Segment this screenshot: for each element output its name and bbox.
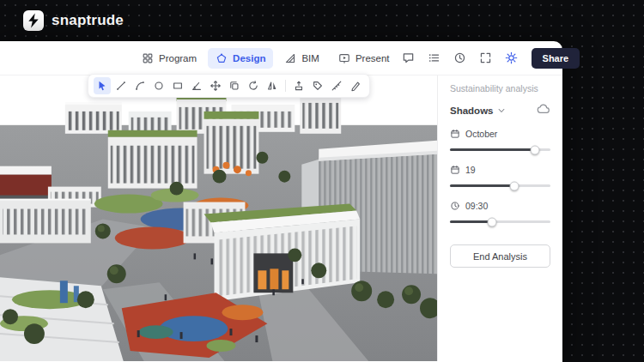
share-button[interactable]: Share: [532, 48, 580, 69]
shadows-dropdown-label: Shadows: [450, 106, 493, 116]
snaptrude-logo: snaptrude: [23, 10, 124, 31]
fullscreen-icon[interactable]: [475, 47, 497, 69]
tab-design[interactable]: Design: [208, 48, 273, 69]
tool-palette: [88, 74, 370, 98]
day-slider[interactable]: [450, 181, 550, 190]
mode-tabs: Program Design BIM Present: [134, 48, 398, 69]
slider-track: [450, 220, 550, 223]
sun-icon[interactable]: [501, 47, 523, 69]
rotate-tool[interactable]: [245, 77, 262, 94]
tab-bim[interactable]: BIM: [276, 48, 326, 69]
present-icon: [338, 52, 350, 64]
app-window: Program Design BIM Present: [0, 41, 562, 362]
slider-track: [450, 184, 550, 187]
flip-tool[interactable]: [264, 77, 281, 94]
slider-fill: [450, 184, 514, 187]
slider-fill: [450, 148, 535, 151]
comment-icon[interactable]: [398, 47, 420, 69]
3d-scene: [0, 75, 437, 361]
slider-handle[interactable]: [488, 217, 497, 226]
arc-tool[interactable]: [131, 77, 149, 94]
month-value: October: [465, 129, 497, 139]
tab-label: Present: [355, 53, 390, 63]
month-slider-group: October: [450, 129, 550, 154]
sustainability-panel: Sustainability analysis Shadows October: [437, 75, 562, 361]
end-analysis-button[interactable]: End Analysis: [450, 244, 550, 268]
tab-label: BIM: [301, 53, 319, 63]
snaptrude-logo-icon: [23, 10, 44, 31]
calendar-icon: [450, 165, 460, 175]
copy-tool[interactable]: [226, 77, 243, 94]
time-slider-group: 09:30: [450, 201, 550, 226]
clock-icon: [450, 201, 460, 211]
day-value: 19: [465, 165, 476, 175]
angle-tool[interactable]: [188, 77, 205, 94]
shadows-dropdown[interactable]: Shadows: [450, 106, 506, 116]
app-body: Sustainability analysis Shadows October: [0, 75, 562, 361]
slider-handle[interactable]: [509, 181, 519, 190]
panel-title: Sustainability analysis: [450, 83, 550, 94]
analysis-mode-row: Shadows: [450, 102, 550, 118]
calendar-icon: [450, 129, 460, 139]
chevron-down-icon: [497, 106, 506, 115]
slider-handle[interactable]: [531, 145, 540, 154]
month-label-row: October: [450, 129, 550, 139]
time-slider[interactable]: [450, 217, 550, 226]
list-icon[interactable]: [423, 47, 446, 69]
time-label-row: 09:30: [450, 201, 550, 211]
day-slider-group: 19: [450, 165, 550, 190]
tab-label: Program: [159, 53, 197, 63]
rectangle-tool[interactable]: [169, 77, 186, 94]
app-toolbar: Program Design BIM Present: [0, 41, 562, 75]
program-icon: [142, 52, 154, 64]
tab-label: Design: [233, 53, 265, 63]
bim-icon: [284, 52, 296, 64]
move-tool[interactable]: [207, 77, 224, 94]
select-tool[interactable]: [94, 77, 111, 94]
month-slider[interactable]: [450, 145, 550, 154]
3d-viewport[interactable]: [0, 75, 437, 361]
desktop-background: snaptrude Program Design BIM: [0, 0, 644, 362]
label-tool[interactable]: [309, 77, 326, 94]
time-value: 09:30: [465, 201, 488, 211]
tool-separator: [285, 80, 286, 92]
slider-fill: [450, 220, 492, 223]
toolbar-right-icons: Share: [398, 47, 580, 69]
top-bar: snaptrude: [0, 0, 644, 41]
tab-present[interactable]: Present: [331, 48, 398, 69]
line-tool[interactable]: [112, 77, 130, 94]
cloud-icon[interactable]: [537, 102, 550, 118]
tab-program[interactable]: Program: [134, 48, 204, 69]
brand-name: snaptrude: [52, 12, 124, 29]
circle-tool[interactable]: [150, 77, 167, 94]
day-label-row: 19: [450, 165, 550, 175]
measure-tool[interactable]: [328, 77, 345, 94]
history-icon[interactable]: [449, 47, 471, 69]
pull-tool[interactable]: [290, 77, 307, 94]
design-icon: [216, 52, 228, 64]
pen-tool[interactable]: [347, 77, 364, 94]
